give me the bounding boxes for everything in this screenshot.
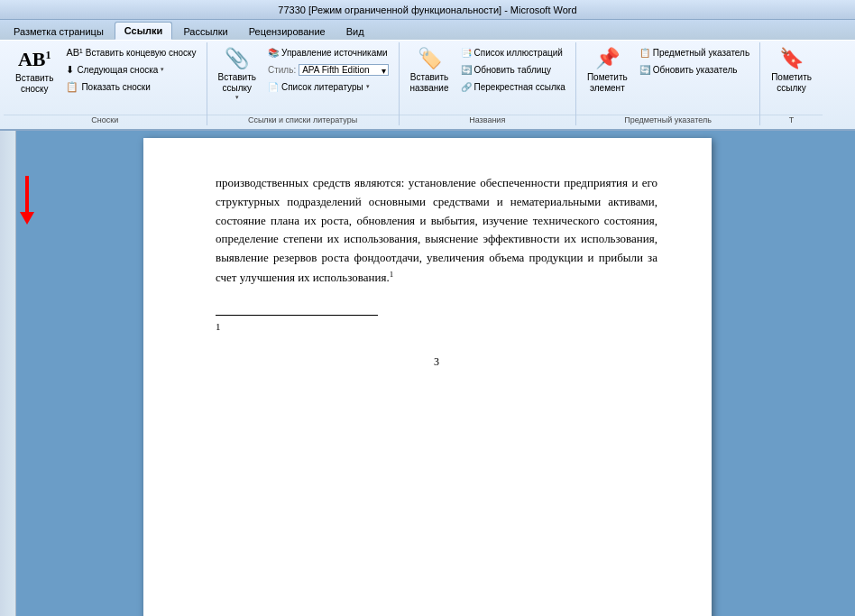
- group-snoski-label: Сноски: [4, 115, 207, 125]
- page-number: 3: [216, 354, 657, 371]
- manage-sources-label: Управление источниками: [281, 48, 388, 58]
- update-table-button[interactable]: 🔄 Обновить таблицу: [456, 61, 570, 78]
- group-index: 📌 Пометитьэлемент 📋 Предметный указатель…: [576, 42, 760, 125]
- arrow-line: [25, 176, 29, 212]
- insert-footnote-label: Вставитьсноску: [15, 73, 53, 95]
- group-captions: 🏷️ Вставитьназвание 📑 Список иллюстраций…: [400, 42, 576, 125]
- references-col: 📚 Управление источниками Стиль: APA Fift…: [263, 44, 393, 95]
- style-value[interactable]: APA Fifth Edition ▾: [299, 64, 388, 76]
- style-selector[interactable]: Стиль: APA Fifth Edition ▾: [263, 61, 393, 78]
- tab-razmetka[interactable]: Разметка страницы: [4, 23, 114, 40]
- group-captions-label: Названия: [400, 115, 575, 125]
- body-paragraph: производственных средств являются: устан…: [216, 176, 657, 284]
- mark-element-icon: 📌: [595, 47, 620, 70]
- style-dropdown-arrow: ▾: [382, 66, 386, 76]
- bibliography-arrow: ▾: [366, 83, 370, 90]
- mark-element-button[interactable]: 📌 Пометитьэлемент: [582, 44, 633, 100]
- subject-index-label: Предметный указатель: [653, 48, 749, 58]
- show-footnotes-label: Показать сноски: [81, 82, 150, 92]
- insert-caption-icon: 🏷️: [418, 47, 442, 70]
- next-footnote-arrow: ▾: [161, 66, 164, 73]
- style-value-text: APA: [302, 65, 322, 75]
- ribbon-tabs: Разметка страницы Ссылки Рассылки Реценз…: [0, 20, 855, 40]
- mark-element-label: Пометитьэлемент: [587, 72, 628, 94]
- group-table-auth: 🔖 Пометитьссылку Т: [760, 42, 823, 125]
- mark-citation-icon: 🔖: [779, 47, 804, 70]
- next-footnote-button[interactable]: ⬇ Следующая сноска ▾: [61, 61, 200, 78]
- group-index-content: 📌 Пометитьэлемент 📋 Предметный указатель…: [582, 44, 754, 111]
- index-col: 📋 Предметный указатель 🔄 Обновить указат…: [635, 44, 754, 78]
- group-references-content: 📎 Вставитьссылку ▾ 📚 Управление источник…: [213, 44, 393, 111]
- title-bar: 77330 [Режим ограниченной функциональнос…: [0, 0, 855, 20]
- figures-list-button[interactable]: 📑 Список иллюстраций: [456, 44, 570, 60]
- ribbon-content: AB1 Вставитьсноску AB¹ Вставить концевую…: [0, 40, 855, 129]
- footnote-reference-1: 1: [390, 270, 394, 279]
- bibliography-icon: 📄: [268, 82, 279, 92]
- mark-citation-label: Пометитьссылку: [771, 72, 812, 94]
- insert-ref-label: Вставитьссылку: [218, 72, 256, 94]
- fifth-edition-text: Fifth Edition: [322, 65, 370, 75]
- tab-ssylki[interactable]: Ссылки: [115, 22, 173, 40]
- subject-index-button[interactable]: 📋 Предметный указатель: [635, 44, 754, 60]
- bibliography-button[interactable]: 📄 Список литературы ▾: [263, 78, 393, 95]
- footnote-content: 1: [216, 319, 657, 336]
- update-table-icon: 🔄: [461, 65, 472, 75]
- document-area: производственных средств являются: устан…: [0, 131, 855, 616]
- group-snoски: AB1 Вставитьсноску AB¹ Вставить концевую…: [4, 42, 207, 125]
- ruler-left: [0, 131, 16, 616]
- group-snoski-content: AB1 Вставитьсноску AB¹ Вставить концевую…: [9, 44, 201, 111]
- footnote-icon: AB1: [18, 50, 51, 69]
- insert-ref-arrow: ▾: [235, 94, 239, 101]
- update-index-button[interactable]: 🔄 Обновить указатель: [635, 61, 754, 78]
- group-index-label: Предметный указатель: [576, 115, 759, 125]
- red-arrow-indicator: [20, 176, 34, 225]
- group-captions-content: 🏷️ Вставитьназвание 📑 Список иллюстраций…: [405, 44, 570, 111]
- insert-ref-icon: 📎: [225, 47, 249, 70]
- ribbon: Разметка страницы Ссылки Рассылки Реценз…: [0, 20, 855, 131]
- manage-sources-icon: 📚: [268, 48, 279, 58]
- mark-citation-button[interactable]: 🔖 Пометитьссылку: [766, 44, 817, 100]
- insert-ref-button[interactable]: 📎 Вставитьссылку ▾: [213, 44, 262, 100]
- cross-ref-label: Перекрестная ссылка: [474, 82, 565, 92]
- cross-ref-button[interactable]: 🔗 Перекрестная ссылка: [456, 78, 570, 95]
- document-body-text: производственных средств являются: устан…: [216, 174, 657, 288]
- subject-index-icon: 📋: [639, 48, 650, 58]
- show-footnotes-button[interactable]: 📋 Показать сноски: [61, 78, 200, 95]
- endnote-label: Вставить концевую сноску: [86, 48, 197, 58]
- snoски-col: AB¹ Вставить концевую сноску ⬇ Следующая…: [61, 44, 200, 95]
- tab-rassylki[interactable]: Рассылки: [173, 23, 237, 40]
- figures-list-label: Список иллюстраций: [474, 48, 563, 58]
- cross-ref-icon: 🔗: [461, 82, 472, 92]
- group-references: 📎 Вставитьссылку ▾ 📚 Управление источник…: [207, 42, 400, 125]
- group-table-auth-label: Т: [760, 115, 823, 125]
- tab-recenzirovanie[interactable]: Рецензирование: [239, 23, 336, 40]
- insert-endnote-button[interactable]: AB¹ Вставить концевую сноску: [61, 44, 200, 60]
- next-footnote-icon: ⬇: [66, 64, 74, 76]
- tab-vid[interactable]: Вид: [336, 23, 374, 40]
- title-text: 77330 [Режим ограниченной функциональнос…: [278, 5, 576, 15]
- next-footnote-label: Следующая сноска: [77, 65, 158, 75]
- insert-caption-button[interactable]: 🏷️ Вставитьназвание: [405, 44, 455, 100]
- update-index-icon: 🔄: [639, 65, 650, 75]
- endnote-icon: AB¹: [66, 47, 82, 58]
- figures-list-icon: 📑: [461, 48, 472, 58]
- captions-col: 📑 Список иллюстраций 🔄 Обновить таблицу …: [456, 44, 570, 95]
- insert-caption-label: Вставитьназвание: [410, 72, 449, 94]
- bibliography-label: Список литературы: [281, 82, 363, 92]
- style-label: Стиль:: [268, 65, 296, 75]
- group-references-label: Ссылки и списки литературы: [207, 115, 399, 125]
- document-page: производственных средств являются: устан…: [143, 138, 712, 616]
- insert-footnote-button[interactable]: AB1 Вставитьсноску: [9, 44, 60, 100]
- footnote-separator: [216, 315, 378, 316]
- update-index-label: Обновить указатель: [653, 65, 738, 75]
- update-table-label: Обновить таблицу: [474, 65, 552, 75]
- arrow-head: [20, 212, 34, 225]
- footnote-number: 1: [216, 321, 221, 332]
- show-footnotes-icon: 📋: [66, 81, 78, 93]
- group-table-auth-content: 🔖 Пометитьссылку: [766, 44, 817, 111]
- manage-sources-button[interactable]: 📚 Управление источниками: [263, 44, 393, 60]
